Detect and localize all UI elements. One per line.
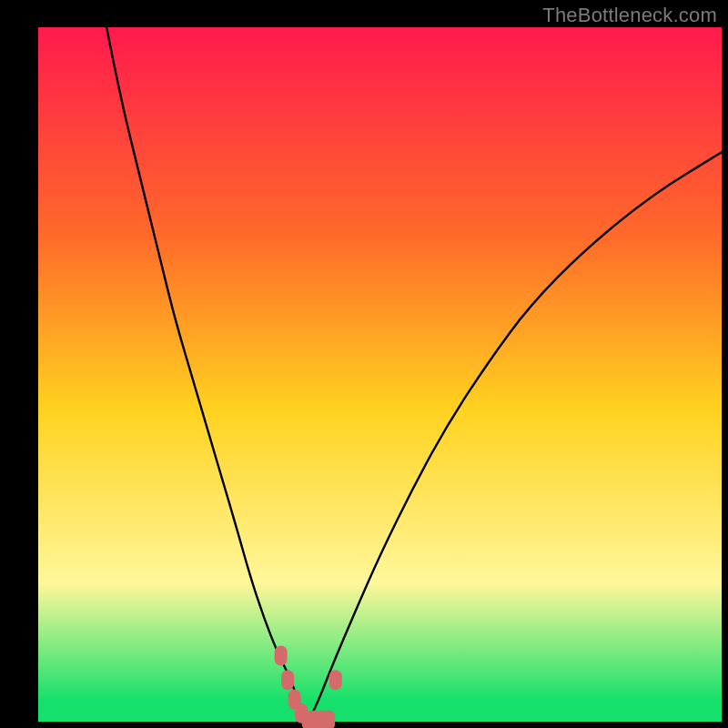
- chart-frame: TheBottleneck.com: [0, 0, 728, 728]
- plot-background: [38, 27, 722, 722]
- chart-svg: [0, 0, 728, 728]
- highlight-marker: [329, 670, 342, 690]
- highlight-marker: [275, 646, 288, 666]
- highlight-marker: [322, 711, 335, 729]
- highlight-marker: [281, 670, 294, 690]
- watermark-text: TheBottleneck.com: [542, 4, 717, 27]
